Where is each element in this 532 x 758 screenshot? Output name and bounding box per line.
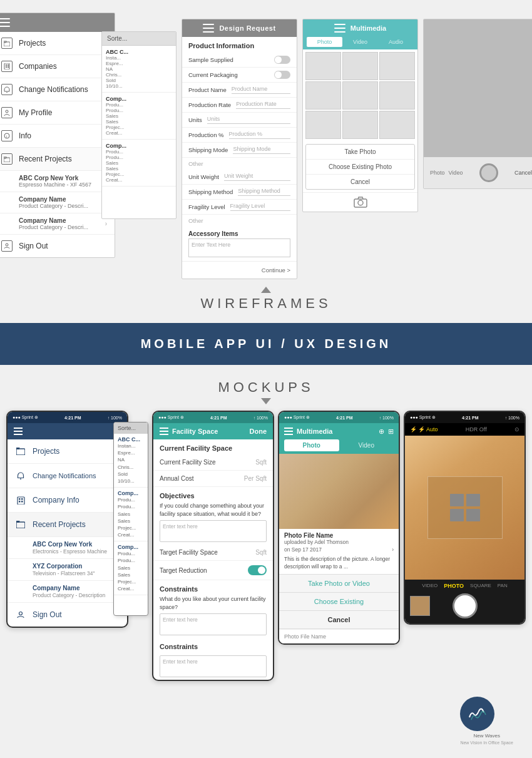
fragility-row: Fragility Level Fragility Level bbox=[182, 200, 297, 215]
photo-cell[interactable] bbox=[305, 52, 341, 80]
mock-nav-projects[interactable]: Projects bbox=[8, 439, 127, 464]
constraints-textarea[interactable]: Enter text here bbox=[160, 613, 267, 635]
objectives-title: Objectives bbox=[153, 487, 273, 502]
mock-list-item-1[interactable]: ABC C... Instan...Espre...NAChris...Sold… bbox=[114, 434, 148, 488]
photo-cell[interactable] bbox=[379, 111, 415, 139]
take-photo-btn[interactable]: Take Photo bbox=[306, 145, 414, 160]
constraints2-textarea[interactable]: Enter text here bbox=[160, 655, 267, 677]
camera-cancel-btn[interactable]: Cancel bbox=[514, 170, 532, 176]
list-sort: Sorte... bbox=[114, 423, 148, 434]
choose-existing-btn[interactable]: Choose Existing bbox=[279, 593, 399, 611]
photo-name: Photo File Name bbox=[284, 532, 394, 539]
hamburger-icon[interactable] bbox=[284, 428, 293, 435]
signout-icon bbox=[1, 240, 13, 252]
nav-item-companies[interactable]: Companies bbox=[0, 55, 115, 78]
sub-desc: Product Category - Description bbox=[33, 592, 105, 598]
pan-mode[interactable]: PAN bbox=[498, 583, 508, 589]
reduction-toggle[interactable] bbox=[248, 565, 267, 575]
sub-item-title: Company Name bbox=[19, 217, 88, 224]
accessory-textarea[interactable]: Enter Text Here bbox=[188, 238, 290, 257]
building-icon bbox=[15, 494, 26, 506]
mock-change-notif-label: Change Notifications bbox=[33, 472, 96, 479]
production-pct-input[interactable]: Production % bbox=[229, 131, 290, 139]
sub-title: ABC Corp New York bbox=[33, 541, 107, 548]
tab-video[interactable]: Video bbox=[342, 37, 378, 47]
done-button[interactable]: Done bbox=[250, 428, 267, 435]
status-right: ↑ 100% bbox=[505, 416, 519, 420]
photo-cell[interactable] bbox=[342, 52, 378, 80]
choose-existing-btn[interactable]: Choose Existing Photo bbox=[306, 160, 414, 175]
camera-switch-icon[interactable]: ⊙ bbox=[514, 426, 519, 433]
mock-sign-out[interactable]: Sign Out bbox=[8, 603, 127, 627]
cancel-btn[interactable]: Cancel bbox=[279, 611, 399, 629]
photo-cell[interactable] bbox=[342, 111, 378, 139]
recent-title: Recent Projects bbox=[15, 519, 86, 530]
list-item-1[interactable]: ABC C... Insta...Espre...NAChris...Sold1… bbox=[102, 46, 176, 93]
nav-sign-out[interactable]: Sign Out bbox=[0, 235, 115, 257]
production-rate-input[interactable]: Production Rate bbox=[236, 101, 290, 109]
product-info-title: Product Information bbox=[182, 37, 297, 53]
tab-photo[interactable]: Photo bbox=[307, 37, 342, 47]
mock-list-item-3[interactable]: Comp... Produ...Produ...SalesSalesProjec… bbox=[114, 541, 148, 595]
sub-title: Company Name bbox=[33, 585, 105, 592]
photo-cell[interactable] bbox=[305, 111, 341, 139]
square-mode[interactable]: SQUARE bbox=[470, 583, 491, 589]
hdr-control[interactable]: HDR Off bbox=[466, 426, 487, 433]
wf-camera-phone: Photo Video Cancel bbox=[423, 19, 532, 189]
mock-sub-item-2[interactable]: XYZ Corporation Television - Flatscreen … bbox=[8, 559, 127, 581]
list-item-3[interactable]: Comp... Produ...Produ...SalesSalesProjec… bbox=[102, 140, 176, 187]
camera-controls: Photo Video Cancel bbox=[424, 157, 532, 188]
objectives-textarea[interactable]: Enter text here bbox=[160, 520, 267, 542]
wf-sub-item-2[interactable]: Company Name Product Category - Descri..… bbox=[0, 192, 115, 213]
photo-mode[interactable]: Photo bbox=[430, 170, 445, 176]
packaging-toggle[interactable] bbox=[274, 71, 290, 79]
mock-recent-projects[interactable]: Recent Projects ▾ bbox=[8, 513, 127, 537]
photo-cell[interactable] bbox=[379, 81, 415, 110]
video-mode[interactable]: Video bbox=[449, 170, 463, 176]
product-name-input[interactable]: Product Name bbox=[232, 86, 290, 94]
flash-control[interactable]: ⚡ ⚡ Auto bbox=[410, 426, 438, 433]
wf-sub-item-3[interactable]: Company Name Product Category - Descri..… bbox=[0, 213, 115, 235]
cancel-btn[interactable]: Cancel bbox=[306, 175, 414, 189]
photo-cell[interactable] bbox=[305, 81, 341, 110]
take-photo-video-btn[interactable]: Take Photo or Video bbox=[279, 575, 399, 593]
shutter-button[interactable] bbox=[479, 163, 498, 182]
shipping-mode-input[interactable]: Shipping Mode bbox=[233, 146, 290, 154]
thumbnail[interactable] bbox=[410, 596, 430, 616]
shutter-button[interactable] bbox=[453, 593, 478, 618]
mock-nav-phone: ●●● Sprint ⊕ 4:21 PM ↑ 100% Projects bbox=[6, 411, 128, 628]
unit-weight-input[interactable]: Unit Weight bbox=[224, 173, 290, 181]
hamburger-icon[interactable] bbox=[160, 428, 168, 435]
photo-cell[interactable] bbox=[379, 52, 415, 80]
continue-button[interactable]: Continue > bbox=[182, 261, 297, 279]
tab-video[interactable]: Video bbox=[339, 439, 394, 451]
tab-photo[interactable]: Photo bbox=[284, 439, 339, 451]
photo-main bbox=[279, 454, 399, 529]
info-icon: i bbox=[1, 130, 13, 141]
sample-supplied-row: Sample Supplied bbox=[182, 53, 297, 68]
list-item-2[interactable]: Comp... Produ...Produ...SalesSalesProjec… bbox=[102, 93, 176, 140]
wf-sub-item-1[interactable]: ABC Corp New York Espresso Machine - XF … bbox=[0, 171, 115, 192]
nav-item-profile[interactable]: My Profile bbox=[0, 101, 115, 125]
mock-sub-item-3[interactable]: Company Name Product Category - Descript… bbox=[8, 581, 127, 603]
nav-item-change-notif[interactable]: Change Notifications bbox=[0, 78, 115, 101]
tab-audio[interactable]: Audio bbox=[378, 37, 414, 47]
sample-toggle[interactable] bbox=[274, 56, 290, 64]
arrow-down-icon bbox=[261, 398, 271, 404]
mock-nav-company-info[interactable]: Company Info bbox=[8, 488, 127, 513]
mock-camera-phone: ●●● Sprint ⊕ 4:21 PM ↑ 100% ⚡ ⚡ Auto HDR… bbox=[404, 411, 526, 625]
nav-item-projects[interactable]: Projects bbox=[0, 32, 115, 55]
shipping-method-input[interactable]: Shipping Method bbox=[238, 188, 290, 196]
photo-meta: uploaded by Adel Thomson on Sep 17 2017 … bbox=[284, 539, 394, 554]
nav-item-info[interactable]: i Info bbox=[0, 125, 115, 148]
mock-sub-item-1[interactable]: ABC Corp New York Electronics - Espresso… bbox=[8, 537, 127, 559]
hamburger-icon[interactable] bbox=[14, 428, 23, 435]
photo-cell[interactable] bbox=[342, 81, 378, 110]
mock-list-item-2[interactable]: Comp... Produ...Produ...SalesSalesProjec… bbox=[114, 488, 148, 541]
fragility-input[interactable]: Fragility Level bbox=[230, 203, 290, 211]
video-mode[interactable]: VIDEO bbox=[422, 583, 437, 589]
photo-mode[interactable]: PHOTO bbox=[444, 583, 464, 589]
nav-item-recent-projects[interactable]: Recent Projects ▾ bbox=[0, 148, 115, 171]
mock-nav-change-notif[interactable]: Change Notifications bbox=[8, 464, 127, 488]
units-input[interactable]: Units bbox=[207, 116, 290, 124]
